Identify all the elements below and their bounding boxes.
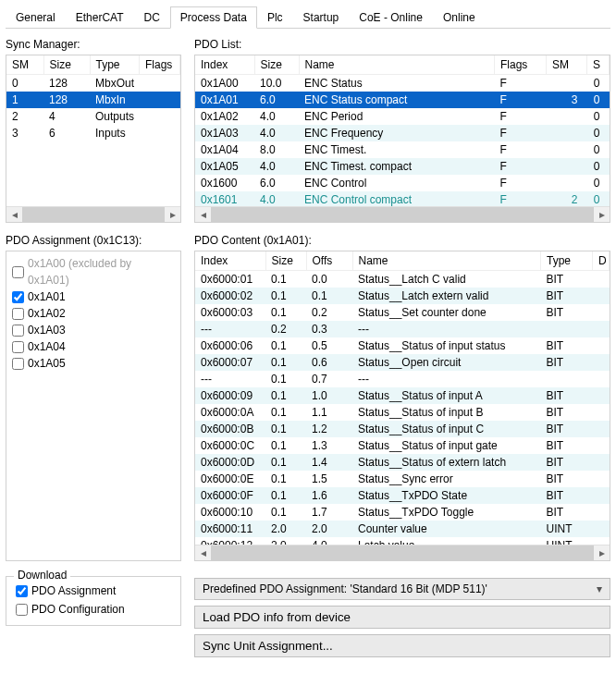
table-row[interactable]: 0x16014.0ENC Control compactF20: [195, 191, 610, 206]
column-header[interactable]: Flags: [140, 55, 180, 75]
table-row[interactable]: 0x6000:0A0.11.1Status__Status of input B…: [195, 404, 610, 421]
column-header[interactable]: D: [593, 251, 610, 271]
sync-manager-label: Sync Manager:: [6, 38, 181, 51]
tab-ethercat[interactable]: EtherCAT: [66, 6, 134, 29]
predefined-pdo-dropdown[interactable]: Predefined PDO Assignment: 'Standard 16 …: [194, 578, 610, 600]
scroll-right-icon[interactable]: ▸: [165, 207, 180, 223]
table-row[interactable]: 0x6000:0D0.11.4Status__Status of extern …: [195, 454, 610, 471]
tab-dc[interactable]: DC: [134, 6, 170, 29]
pdo-content-table[interactable]: IndexSizeOffsNameTypeD 0x6000:010.10.0St…: [195, 251, 610, 545]
scrollbar[interactable]: ◂ ▸: [6, 206, 180, 222]
column-header[interactable]: Type: [541, 251, 593, 271]
scrollbar[interactable]: ◂ ▸: [195, 545, 610, 560]
column-header[interactable]: Index: [195, 55, 254, 75]
table-row[interactable]: 24Outputs: [6, 108, 180, 125]
pdo-assignment-list[interactable]: 0x1A00 (excluded by 0x1A01)0x1A010x1A020…: [6, 251, 181, 561]
table-row[interactable]: 0x6000:0E0.11.5Status__Sync errorBIT: [195, 471, 610, 487]
table-row[interactable]: 0x1A048.0ENC Timest.F0: [195, 141, 610, 158]
column-header[interactable]: Type: [90, 55, 140, 75]
table-row[interactable]: 0x1A0010.0ENC StatusF0: [195, 75, 610, 92]
table-row[interactable]: 0x6000:100.11.7Status__TxPDO ToggleBIT: [195, 504, 610, 521]
pdo-assignment-item[interactable]: 0x1A04: [12, 338, 175, 355]
tab-general[interactable]: General: [6, 6, 66, 29]
scroll-right-icon[interactable]: ▸: [594, 207, 610, 223]
table-row[interactable]: 0x6000:0B0.11.2Status__Status of input C…: [195, 421, 610, 437]
table-row[interactable]: 0x6000:070.10.6Status__Open circuitBIT: [195, 354, 610, 371]
table-row[interactable]: 1128MbxIn: [6, 92, 180, 108]
column-header[interactable]: Flags: [495, 55, 547, 75]
scroll-right-icon[interactable]: ▸: [594, 545, 610, 561]
table-row[interactable]: 0x6000:0F0.11.6Status__TxPDO StateBIT: [195, 487, 610, 504]
scroll-left-icon[interactable]: ◂: [6, 207, 22, 223]
pdo-list-label: PDO List:: [194, 38, 610, 51]
scroll-left-icon[interactable]: ◂: [195, 545, 211, 561]
pdo-list-table[interactable]: IndexSizeNameFlagsSMS 0x1A0010.0ENC Stat…: [195, 55, 610, 206]
tab-startup[interactable]: Startup: [293, 6, 350, 29]
column-header[interactable]: S: [587, 55, 610, 75]
sync-unit-button[interactable]: Sync Unit Assignment...: [194, 634, 610, 657]
tab-coe-online[interactable]: CoE - Online: [349, 6, 433, 29]
pdo-assignment-item[interactable]: 0x1A03: [12, 322, 175, 338]
download-legend: Download: [14, 569, 70, 582]
pdo-assignment-item[interactable]: 0x1A02: [12, 305, 175, 322]
table-row[interactable]: 0x6000:122.04.0Latch valueUINT: [195, 537, 610, 545]
load-pdo-button[interactable]: Load PDO info from device: [194, 606, 610, 629]
column-header[interactable]: Name: [352, 251, 541, 271]
scrollbar[interactable]: ◂ ▸: [195, 206, 610, 222]
table-row[interactable]: 0x6000:030.10.2Status__Set counter doneB…: [195, 304, 610, 321]
table-row[interactable]: 0x6000:010.10.0Status__Latch C validBIT: [195, 271, 610, 288]
chevron-down-icon: ▾: [597, 582, 602, 595]
download-group: Download PDO Assignment PDO Configuratio…: [6, 576, 181, 626]
pdo-assignment-label: PDO Assignment (0x1C13):: [6, 234, 181, 247]
column-header[interactable]: Size: [265, 251, 306, 271]
table-row[interactable]: ---0.20.3---: [195, 321, 610, 337]
table-row[interactable]: 0x1A016.0ENC Status compactF30: [195, 92, 610, 108]
table-row[interactable]: 0x6000:112.02.0Counter valueUINT: [195, 521, 610, 537]
table-row[interactable]: 0x16006.0ENC ControlF0: [195, 175, 610, 191]
scroll-left-icon[interactable]: ◂: [195, 207, 211, 223]
table-row[interactable]: 0x1A024.0ENC PeriodF0: [195, 108, 610, 125]
tab-plc[interactable]: Plc: [257, 6, 293, 29]
pdo-assignment-item[interactable]: 0x1A00 (excluded by 0x1A01): [12, 255, 175, 288]
table-row[interactable]: 0x6000:0C0.11.3Status__Status of input g…: [195, 437, 610, 454]
table-row[interactable]: ---0.10.7---: [195, 371, 610, 387]
table-row[interactable]: 0x1A054.0ENC Timest. compactF0: [195, 158, 610, 175]
column-header[interactable]: SM: [6, 55, 43, 75]
column-header[interactable]: Offs: [306, 251, 352, 271]
column-header[interactable]: Size: [43, 55, 90, 75]
column-header[interactable]: Name: [299, 55, 495, 75]
tab-process-data[interactable]: Process Data: [170, 6, 257, 29]
pdo-assignment-checkbox[interactable]: PDO Assignment: [16, 584, 171, 597]
pdo-configuration-checkbox[interactable]: PDO Configuration: [16, 603, 171, 616]
column-header[interactable]: Size: [254, 55, 299, 75]
sync-manager-table[interactable]: SMSizeTypeFlags 0128MbxOut1128MbxIn24Out…: [6, 55, 180, 141]
table-row[interactable]: 0x6000:090.11.0Status__Status of input A…: [195, 387, 610, 404]
table-row[interactable]: 0x1A034.0ENC FrequencyF0: [195, 125, 610, 141]
pdo-content-label: PDO Content (0x1A01):: [194, 234, 610, 247]
table-row[interactable]: 0x6000:020.10.1Status__Latch extern vali…: [195, 288, 610, 304]
column-header[interactable]: SM: [547, 55, 587, 75]
pdo-assignment-item[interactable]: 0x1A05: [12, 355, 175, 372]
table-row[interactable]: 36Inputs: [6, 125, 180, 141]
column-header[interactable]: Index: [195, 251, 265, 271]
table-row[interactable]: 0x6000:060.10.5Status__Status of input s…: [195, 337, 610, 354]
pdo-assignment-item[interactable]: 0x1A01: [12, 288, 175, 305]
table-row[interactable]: 0128MbxOut: [6, 75, 180, 92]
tab-online[interactable]: Online: [433, 6, 486, 29]
